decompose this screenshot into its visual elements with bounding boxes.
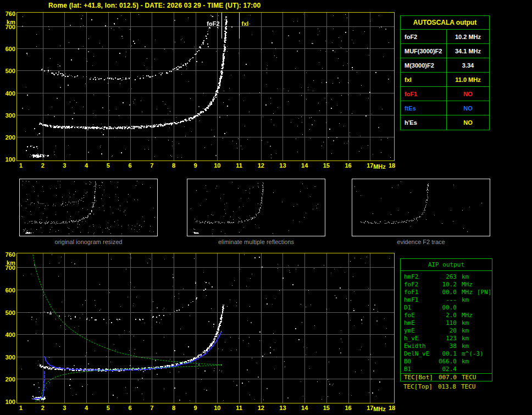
autoscala-table-header: AUTOSCALA output [401, 16, 489, 30]
aip-row-value: 2.0 [436, 312, 457, 319]
y-axis-unit-label: km [1, 19, 15, 25]
aip-row-value: 20 [436, 327, 457, 335]
aip-row-unit: km [457, 273, 469, 281]
aip-tec-unit: TECU [457, 374, 476, 381]
y-tick-label: 400 [1, 331, 15, 338]
aip-row-value: 00.1 [436, 350, 457, 358]
aip-row-hmf1: hmF1---km [401, 296, 492, 304]
x-axis-unit-label: MHz [373, 163, 386, 170]
autoscala-output-table: AUTOSCALA output foF210.2 MHzMUF(3000)F2… [400, 15, 490, 130]
x-tick-label: 9 [190, 405, 202, 411]
thumbnail-original-canvas [20, 179, 157, 236]
aip-row-ewidth: Ewidth38km [401, 342, 492, 350]
autoscala-row-ftes: ftEsNO [401, 101, 489, 115]
y-tick-label: 400 [1, 90, 15, 97]
aip-tec-label: TEC[Bot] [401, 374, 436, 381]
aip-row-unit: MHz [457, 281, 473, 289]
x-tick-label: 4 [80, 162, 92, 169]
autoscala-row-label: fxI [401, 73, 447, 86]
aip-row-tec-bot: TEC[Bot]007.0TECU [401, 373, 492, 381]
aip-row-label: DelN_vE [401, 350, 436, 358]
caption-original-ionogram: original ionogram resized [19, 239, 158, 245]
aip-row-hve: h_vE123km [401, 335, 492, 342]
x-tick-label: 5 [102, 405, 114, 411]
x-tick-label: 4 [80, 405, 92, 411]
x-tick-label: 14 [298, 162, 311, 169]
aip-row-b0: B0066.0km [401, 358, 492, 366]
aip-row-value: 00.0 [436, 289, 457, 296]
aip-row-hmf2: hmF2263km [401, 273, 492, 281]
x-tick-label: 2 [37, 162, 49, 169]
restored-ionogram-plot: 760700600500400300200100km12345678910111… [16, 253, 395, 403]
autoscala-table-rows: foF210.2 MHzMUF(3000)F234.1 MHzM(3000)F2… [401, 30, 489, 130]
aip-tec-value: 013.8 [435, 383, 456, 391]
aip-row-label: B0 [401, 358, 436, 366]
aip-row-label: foF1 [401, 289, 436, 296]
aip-row-extra: [PN] [473, 289, 492, 296]
x-tick-label: 11 [233, 162, 245, 169]
restored-ionogram-canvas [17, 253, 394, 403]
autoscala-row-fxi: fxI11.0 MHz [401, 73, 489, 87]
x-tick-label: 9 [190, 162, 202, 169]
autoscala-row-fof1: foF1NO [401, 87, 489, 101]
aip-row-delnve: DelN_vE00.1m^(-3) [401, 350, 492, 358]
thumbnail-original-ionogram [19, 179, 158, 236]
aip-row-unit: km [457, 358, 469, 366]
x-tick-label: 7 [146, 405, 158, 411]
aip-row-value: --- [436, 296, 457, 304]
autoscala-row-label: foF1 [401, 87, 447, 101]
caption-no-multiples: eliminate multiple reflections [187, 239, 325, 245]
aip-row-label: foE [401, 312, 436, 319]
autoscala-row-value: NO [447, 115, 489, 130]
autoscala-row-fof2: foF210.2 MHz [401, 30, 489, 44]
y-tick-label: 200 [1, 134, 15, 141]
autoscala-row-muf3000f2: MUF(3000)F234.1 MHz [401, 44, 489, 58]
x-tick-label: 15 [320, 162, 332, 169]
x-tick-label: 10 [211, 405, 223, 411]
x-tick-label: 7 [146, 162, 158, 169]
aip-row-value: 110 [436, 319, 457, 327]
y-tick-label: 300 [1, 354, 15, 361]
aip-row-label: h_vE [401, 335, 436, 342]
x-tick-label: 12 [255, 405, 267, 411]
x-tick-label: 8 [168, 162, 180, 169]
y-tick-label: 600 [1, 46, 15, 52]
aip-row-label: ymE [401, 327, 436, 335]
aip-row-value: 10.2 [436, 281, 457, 289]
thumbnail-f2-trace [352, 179, 490, 236]
aip-row-label: D1 [401, 304, 436, 312]
aip-table-rows: hmF2263kmfoF210.2MHzfoF100.0MHz[PN]hmF1-… [401, 271, 492, 373]
aip-row-tec-top: TEC[Top]013.8TECU [400, 383, 492, 391]
aip-row-foe: foE2.0MHz [401, 312, 492, 319]
x-tick-label: 16 [342, 162, 354, 169]
aip-row-value: 066.0 [436, 358, 457, 366]
caption-f2-trace: evidence F2 trace [352, 239, 490, 245]
station-date-title: Rome (lat: +41.8, lon: 012.5) - DATE: 20… [48, 2, 261, 9]
autoscala-row-hes: h'EsNO [401, 115, 489, 130]
aip-tec-unit: TECU [456, 383, 476, 391]
aip-row-unit: km [457, 327, 469, 335]
aip-row-label: hmF1 [401, 296, 436, 304]
aip-row-unit: km [457, 319, 469, 327]
x-tick-label: 12 [255, 162, 267, 169]
aip-row-yme: ymE20km [401, 327, 492, 335]
autoscala-row-label: h'Es [401, 115, 447, 130]
y-tick-label: 600 [1, 287, 15, 294]
aip-row-unit: MHz [457, 289, 473, 296]
aip-row-value: 00.0 [436, 304, 457, 312]
autoscala-app: { "title": "Rome (lat: +41.8, lon: 012.5… [0, 0, 532, 415]
x-tick-label: 2 [37, 405, 49, 411]
autoscala-row-value: 3.34 [447, 58, 489, 72]
x-tick-label: 1 [15, 405, 27, 411]
aip-row-label: hmE [401, 319, 436, 327]
x-tick-label: 8 [168, 405, 180, 411]
aip-row-label: hmF2 [401, 273, 436, 281]
x-tick-label: 1 [15, 162, 27, 169]
aip-row-value: 263 [436, 273, 457, 281]
autoscala-row-label: M(3000)F2 [401, 58, 447, 72]
autoscala-row-value: NO [447, 87, 489, 101]
aip-row-label: Ewidth [401, 342, 436, 350]
autoscala-row-label: foF2 [401, 30, 447, 43]
x-tick-label: 11 [233, 405, 245, 411]
y-tick-label: 100 [1, 156, 15, 163]
